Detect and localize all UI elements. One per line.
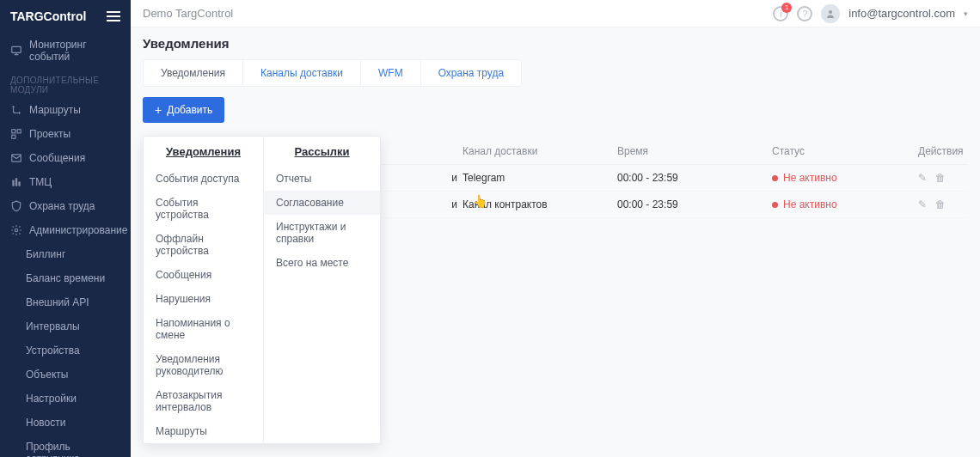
sidebar-item-admin[interactable]: Администрирование ⌄ bbox=[0, 218, 131, 242]
sidebar-sub-intervals[interactable]: Интервалы bbox=[0, 314, 131, 338]
svg-rect-7 bbox=[12, 180, 14, 186]
status-dot-icon bbox=[772, 175, 778, 181]
dd-item-routes[interactable]: Маршруты bbox=[144, 419, 263, 443]
dd-item-manager-notif[interactable]: Уведомления руководителю bbox=[144, 347, 263, 383]
tabs: Уведомления Каналы доставки WFM Охрана т… bbox=[143, 59, 522, 87]
dd-item-approval[interactable]: Согласование bbox=[264, 191, 380, 215]
status-badge: Не активно bbox=[772, 198, 918, 210]
info-icon[interactable]: i1 bbox=[773, 6, 788, 21]
sidebar-sub-news[interactable]: Новости bbox=[0, 411, 131, 435]
edit-icon[interactable]: ✎ bbox=[918, 172, 927, 184]
route-icon bbox=[10, 104, 22, 116]
dd-item-auto-close[interactable]: Автозакрытия интервалов bbox=[144, 383, 263, 419]
sidebar-sub-billing[interactable]: Биллинг bbox=[0, 242, 131, 266]
sidebar-sub-objects[interactable]: Объекты bbox=[0, 363, 131, 387]
status-badge: Не активно bbox=[772, 172, 918, 184]
cell-channel: Канал контрактов bbox=[462, 198, 617, 210]
dropdown-head-mailings: Рассылки bbox=[264, 137, 380, 167]
svg-point-11 bbox=[829, 10, 832, 14]
svg-point-1 bbox=[12, 106, 14, 107]
tab-safety[interactable]: Охрана труда bbox=[421, 60, 522, 86]
svg-point-10 bbox=[15, 228, 18, 232]
dd-item-offline-devices[interactable]: Оффлайн устройства bbox=[144, 227, 263, 263]
projects-icon bbox=[10, 128, 22, 140]
sidebar-sub-balance[interactable]: Баланс времени bbox=[0, 266, 131, 290]
inventory-icon bbox=[10, 176, 22, 188]
svg-rect-4 bbox=[17, 130, 21, 133]
status-dot-icon bbox=[772, 202, 778, 208]
svg-rect-9 bbox=[18, 181, 20, 186]
page-title: Уведомления bbox=[143, 36, 968, 51]
dd-item-device-events[interactable]: События устройства bbox=[144, 191, 263, 227]
svg-rect-0 bbox=[12, 46, 21, 52]
svg-rect-8 bbox=[15, 178, 17, 186]
sidebar-item-messages[interactable]: Сообщения bbox=[0, 146, 131, 170]
dd-item-total-onsite[interactable]: Всего на месте bbox=[264, 251, 380, 275]
chevron-down-icon[interactable]: ▾ bbox=[964, 9, 968, 18]
delete-icon[interactable]: 🗑 bbox=[935, 198, 946, 210]
sidebar-section-extra: ДОПОЛНИТЕЛЬНЫЕ МОДУЛИ bbox=[0, 69, 131, 98]
tab-notifications[interactable]: Уведомления bbox=[144, 60, 243, 86]
dd-item-instructions[interactable]: Инструктажи и справки bbox=[264, 215, 380, 251]
dd-item-shift-reminders[interactable]: Напоминания о смене bbox=[144, 311, 263, 347]
dd-item-messages[interactable]: Сообщения bbox=[144, 263, 263, 287]
dd-item-access-events[interactable]: События доступа bbox=[144, 167, 263, 191]
tab-channels[interactable]: Каналы доставки bbox=[243, 60, 361, 86]
delete-icon[interactable]: 🗑 bbox=[935, 172, 946, 184]
cell-channel: Telegram bbox=[462, 172, 617, 184]
avatar[interactable] bbox=[821, 4, 840, 23]
monitor-icon bbox=[10, 45, 22, 57]
sidebar-item-safety[interactable]: Охрана труда bbox=[0, 194, 131, 218]
svg-rect-5 bbox=[12, 135, 15, 138]
sidebar-item-monitoring[interactable]: Мониторинг событий bbox=[0, 33, 131, 69]
user-email[interactable]: info@targcontrol.com bbox=[848, 7, 955, 20]
plus-icon: + bbox=[155, 104, 162, 116]
help-icon[interactable]: ? bbox=[797, 6, 812, 21]
tab-wfm[interactable]: WFM bbox=[361, 60, 421, 86]
svg-point-2 bbox=[18, 112, 20, 113]
sidebar-item-routes[interactable]: Маршруты bbox=[0, 98, 131, 122]
sidebar-item-tmc[interactable]: ТМЦ bbox=[0, 170, 131, 194]
sidebar-sub-api[interactable]: Внешний API bbox=[0, 290, 131, 314]
sidebar-sub-profile[interactable]: Профиль сотрудника bbox=[0, 435, 131, 457]
breadcrumb[interactable]: Demo TargControl bbox=[143, 7, 233, 20]
sidebar-toggle[interactable] bbox=[107, 9, 120, 24]
mail-icon bbox=[10, 152, 22, 164]
cell-time: 00:00 - 23:59 bbox=[617, 198, 772, 210]
dd-item-reports[interactable]: Отчеты bbox=[264, 167, 380, 191]
add-dropdown: Уведомления События доступа События устр… bbox=[143, 136, 381, 444]
dd-item-violations[interactable]: Нарушения bbox=[144, 287, 263, 311]
notification-badge: 1 bbox=[781, 3, 792, 13]
sidebar-item-projects[interactable]: Проекты bbox=[0, 122, 131, 146]
edit-icon[interactable]: ✎ bbox=[918, 198, 927, 210]
brand-logo: TARGControl bbox=[10, 9, 86, 23]
sidebar-sub-settings[interactable]: Настройки bbox=[0, 387, 131, 411]
sidebar-sub-devices[interactable]: Устройства bbox=[0, 338, 131, 363]
svg-rect-3 bbox=[12, 130, 15, 133]
cell-time: 00:00 - 23:59 bbox=[617, 172, 772, 184]
gear-icon bbox=[10, 224, 22, 236]
dropdown-head-notifications: Уведомления bbox=[144, 137, 263, 167]
add-button[interactable]: + Добавить bbox=[143, 97, 224, 123]
shield-icon bbox=[10, 200, 22, 212]
